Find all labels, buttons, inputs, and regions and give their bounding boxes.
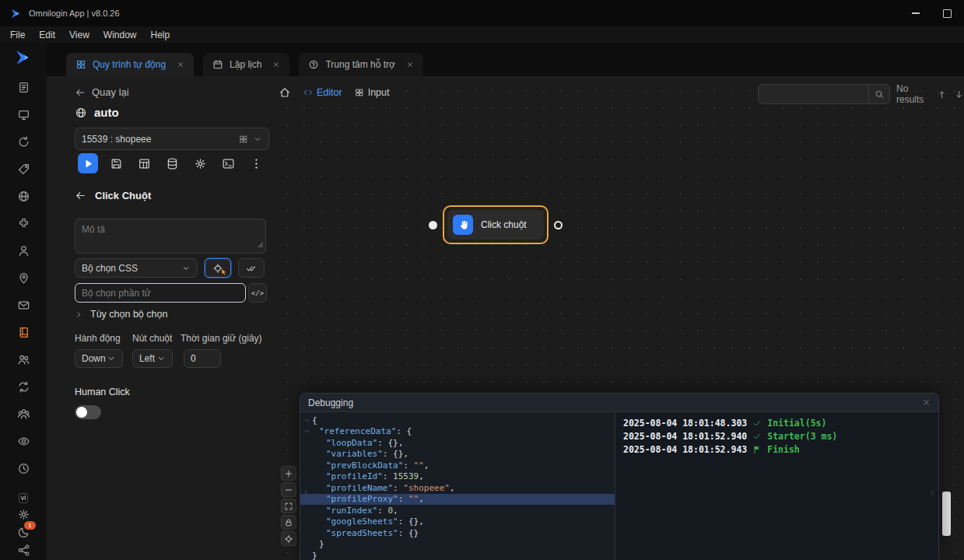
sidebar-item-sync[interactable] <box>16 380 30 394</box>
description-field <box>75 219 266 254</box>
table-button[interactable] <box>134 153 154 173</box>
node-body[interactable]: Click chuột <box>447 210 544 240</box>
code-selector-button[interactable]: </> <box>248 283 267 303</box>
description-textarea[interactable] <box>75 219 266 254</box>
sidebar-item-map-pin[interactable] <box>16 271 30 285</box>
code-line[interactable]: "referenceData": { <box>300 426 615 438</box>
log-status: Finish <box>767 444 800 455</box>
search-input[interactable] <box>759 85 868 103</box>
sidebar-item-notes[interactable] <box>16 80 30 94</box>
terminal-button[interactable] <box>218 153 238 173</box>
menu-item-file[interactable]: File <box>3 30 32 40</box>
sidebar-item-mail[interactable] <box>16 298 30 312</box>
sidebar-item-eye[interactable] <box>16 434 30 448</box>
element-selector-input[interactable] <box>75 283 246 303</box>
sidebar-item-tag[interactable] <box>16 162 30 176</box>
selector-type-value: Bộ chọn CSS <box>82 263 138 274</box>
hold-time-input[interactable] <box>184 349 221 368</box>
zoom-in-button[interactable] <box>281 466 296 481</box>
sidebar-item-globe[interactable] <box>16 189 30 203</box>
menu-item-window[interactable]: Window <box>96 30 144 40</box>
breadcrumb-input[interactable]: Input <box>355 87 390 98</box>
element-picker-button[interactable] <box>205 258 231 278</box>
zoom-out-button[interactable] <box>281 482 296 497</box>
panel-scroll-right-icon[interactable] <box>928 488 937 497</box>
tab-2[interactable]: Lập lịch <box>203 53 289 76</box>
sidebar-item-team[interactable] <box>16 407 30 421</box>
human-click-toggle[interactable] <box>75 405 101 419</box>
sidebar-item-user[interactable] <box>16 243 30 257</box>
sidebar-item-notebook[interactable] <box>16 325 30 339</box>
code-line[interactable]: "runIndex": 0, <box>300 505 615 516</box>
sidebar-item-theme[interactable]: 1 <box>16 525 30 539</box>
menu-item-view[interactable]: View <box>62 30 96 40</box>
click-mouse-node[interactable]: Click chuột <box>429 205 563 244</box>
code-line[interactable]: { <box>300 415 615 426</box>
tab-close-icon[interactable] <box>177 61 184 68</box>
sidebar-item-automation[interactable] <box>16 135 30 149</box>
search-results-label: No results <box>896 83 930 105</box>
profile-select[interactable]: 15539 : shopeee <box>75 128 269 150</box>
code-line[interactable]: "profileId": 15539, <box>300 471 615 483</box>
human-click-label: Human Click <box>75 387 130 397</box>
code-line[interactable]: } <box>300 550 615 560</box>
tab-3[interactable]: Trung tâm hỗ trợ <box>299 53 422 76</box>
node-output-port[interactable] <box>554 221 563 229</box>
code-line[interactable]: "prevBlockData": "", <box>300 460 615 471</box>
selector-type-select[interactable]: Bộ chọn CSS <box>75 258 198 278</box>
previous-result-icon[interactable] <box>937 89 947 100</box>
action-select[interactable]: Down <box>75 349 123 368</box>
selector-options-toggle[interactable]: Tùy chọn bộ chọn <box>75 309 167 320</box>
gear-button[interactable] <box>190 153 210 173</box>
sidebar-logo-icon[interactable] <box>13 47 33 68</box>
fold-icon[interactable] <box>303 428 312 435</box>
next-result-icon[interactable] <box>954 89 964 100</box>
code-line[interactable]: "variables": {}, <box>300 449 615 460</box>
breadcrumb-editor[interactable]: Editor <box>303 87 342 98</box>
verify-selector-button[interactable] <box>238 258 265 278</box>
tab-close-icon[interactable] <box>406 61 414 68</box>
breadcrumb-input-label: Input <box>368 87 390 98</box>
sidebar-item-share[interactable] <box>16 543 30 557</box>
code-line[interactable]: "spreadSheets": {} <box>300 527 615 539</box>
lock-button[interactable] <box>281 515 296 530</box>
panel-scroll-left-icon[interactable] <box>302 488 310 497</box>
sidebar-item-settings[interactable] <box>16 507 30 521</box>
fold-icon[interactable] <box>303 417 312 424</box>
action-label: Hành động <box>75 333 121 344</box>
code-line[interactable]: "loopData": {}, <box>300 437 615 449</box>
code-line[interactable]: "googleSheets": {}, <box>300 516 615 528</box>
maximize-button[interactable] <box>941 7 953 19</box>
center-node-button[interactable] <box>281 531 296 546</box>
fit-view-button[interactable] <box>281 499 296 513</box>
database-button[interactable] <box>162 153 182 173</box>
node-input-port[interactable] <box>429 221 437 229</box>
minimize-button[interactable] <box>910 7 922 19</box>
kebab-button[interactable] <box>246 153 266 173</box>
sidebar-item-extension[interactable] <box>16 216 30 230</box>
resize-grip-icon[interactable] <box>258 237 264 251</box>
sidebar-item-monitor[interactable] <box>16 107 30 121</box>
step-back-icon[interactable] <box>75 190 86 201</box>
language-switcher[interactable]: vi <box>19 493 29 503</box>
config-panel: Quay lại auto 15539 : shopeee Click Chuộ… <box>47 76 272 560</box>
canvas-scrollbar[interactable] <box>942 492 951 536</box>
tab-close-icon[interactable] <box>272 61 280 68</box>
back-button[interactable]: Quay lại <box>75 86 129 98</box>
search-icon <box>875 89 885 100</box>
home-icon[interactable] <box>279 86 291 99</box>
mouse-button-select[interactable]: Left <box>132 349 173 368</box>
sidebar-item-clock[interactable] <box>16 461 30 475</box>
code-line[interactable]: "profileProxy": "", <box>300 494 615 506</box>
tab-1[interactable]: Quy trình tự động <box>66 53 194 76</box>
debug-close-icon[interactable] <box>922 398 931 407</box>
menu-item-edit[interactable]: Edit <box>32 30 62 40</box>
chevron-down-icon <box>107 354 116 363</box>
code-line[interactable]: } <box>300 539 615 551</box>
save-button[interactable] <box>106 153 126 173</box>
play-button[interactable] <box>78 153 98 173</box>
search-button[interactable] <box>868 85 889 103</box>
code-line[interactable]: "profileName": "shopeee", <box>300 482 615 494</box>
menu-item-help[interactable]: Help <box>144 30 177 40</box>
sidebar-item-users[interactable] <box>16 352 30 366</box>
